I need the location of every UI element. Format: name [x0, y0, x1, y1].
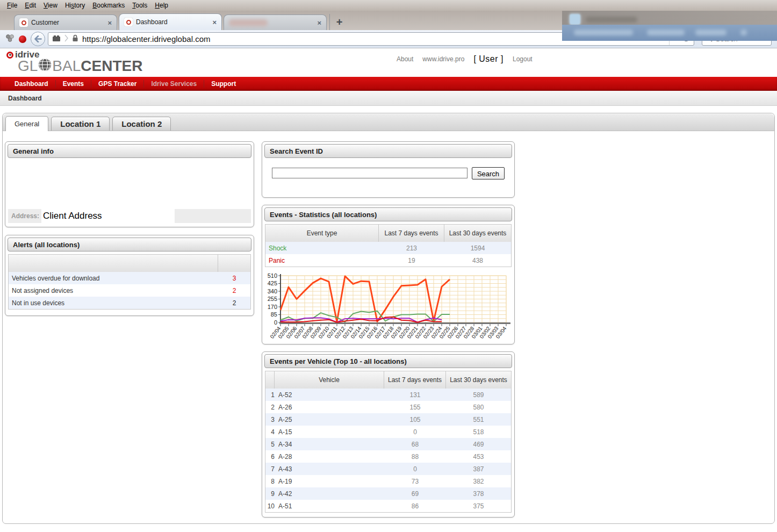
tab-close-icon[interactable]: × [107, 19, 112, 26]
tab-location-2[interactable]: Location 2 [112, 117, 171, 131]
back-button[interactable] [31, 32, 45, 46]
vehicle-name: A-34 [275, 441, 384, 448]
browser-tab-customer[interactable]: Customer × [14, 15, 117, 30]
redacted-tab-title [229, 19, 268, 26]
alert-label: Not in use devices [9, 299, 218, 307]
main-navigation-bar: DashboardEventsGPS TrackerIdrive Service… [0, 77, 777, 91]
vehicle-row: 8A-1973382 [265, 475, 511, 487]
alert-label: Vehicles overdue for download [9, 275, 218, 282]
last30-value: 382 [446, 478, 511, 485]
dashboard-container: General Location 1 Location 2 General in… [2, 113, 775, 524]
events-per-vehicle-table: Vehicle Last 7 days events Last 30 days … [265, 371, 512, 513]
search-button[interactable]: Search [472, 167, 505, 179]
nav-dashboard[interactable]: Dashboard [8, 80, 55, 88]
stats-table-header: Event type Last 7 days events Last 30 da… [265, 225, 511, 242]
svg-text:255: 255 [268, 296, 277, 302]
vehicle-name: A-51 [275, 502, 384, 510]
alert-count: 2 [218, 287, 250, 294]
last30-value: 387 [446, 465, 511, 473]
column-vehicle: Vehicle [275, 371, 384, 389]
events-per-vehicle-panel: Events per Vehicle (Top 10 - all locatio… [262, 351, 515, 517]
address-row: Address: Client Address [8, 209, 251, 223]
last7-value: 69 [384, 490, 446, 498]
nav-idrive-services[interactable]: Idrive Services [143, 80, 204, 88]
vehicle-name: A-42 [275, 490, 384, 498]
last30-value: 589 [446, 391, 511, 399]
browser-tab-redacted[interactable]: × [224, 15, 327, 30]
menu-view[interactable]: View [40, 1, 61, 10]
address-value: Client Address [41, 209, 175, 223]
tab-close-icon[interactable]: × [212, 19, 217, 26]
tab-location-1[interactable]: Location 1 [51, 117, 110, 131]
panel-title: Alerts (all locations) [8, 238, 251, 251]
panel-title: Search Event ID [264, 144, 512, 158]
column-rank [265, 371, 275, 389]
nav-gps-tracker[interactable]: GPS Tracker [91, 80, 143, 88]
site-identity-icon[interactable] [52, 34, 61, 44]
last30-value: 518 [446, 428, 511, 436]
menu-edit[interactable]: Edit [21, 1, 40, 10]
vehicle-rank: 7 [265, 465, 275, 473]
alert-row: Not assigned devices2 [9, 284, 250, 297]
lock-icon[interactable] [72, 34, 78, 44]
site-header: idrive GL BALCENTER About www.idrive.pro… [0, 48, 777, 77]
vehicle-row: 9A-4269378 [265, 487, 511, 500]
last7-value: 19 [379, 257, 444, 264]
search-event-panel: Search Event ID Search [262, 141, 515, 198]
vehicle-rank: 8 [265, 478, 275, 485]
logout-link[interactable]: Logout [513, 55, 533, 63]
vehicle-row: 2A-26155580 [265, 401, 511, 413]
browser-tab-dashboard[interactable]: Dashboard × [119, 13, 222, 30]
last30-value: 580 [446, 404, 511, 411]
new-tab-button[interactable]: + [329, 14, 349, 30]
last7-value: 0 [384, 465, 446, 473]
event-type: Panic [265, 257, 379, 264]
menu-bookmarks[interactable]: Bookmarks [89, 1, 128, 10]
menu-history[interactable]: History [61, 1, 89, 10]
location-tab-strip: General Location 1 Location 2 [3, 113, 774, 131]
alerts-table-header [9, 255, 250, 272]
vehicle-rank: 3 [265, 416, 275, 423]
chevron-right-icon [64, 34, 68, 44]
last30-value: 378 [446, 490, 511, 498]
redacted-window-toolbar [562, 25, 777, 41]
vehicle-name: A-52 [275, 391, 384, 399]
menu-tools[interactable]: Tools [128, 1, 151, 10]
panel-title: Events - Statistics (all locations) [264, 207, 512, 221]
event-type-row: Panic19438 [265, 254, 511, 267]
recording-indicator-icon[interactable] [19, 35, 26, 43]
last7-value: 155 [384, 404, 446, 411]
last7-value: 105 [384, 416, 446, 423]
browser-tab-bar: Customer × Dashboard × × + [0, 11, 777, 30]
panel-title: Events per Vehicle (Top 10 - all locatio… [264, 354, 512, 368]
browser-menu-bar: FileEditViewHistoryBookmarksToolsHelp [0, 0, 777, 11]
extension-paw-icon[interactable] [5, 34, 15, 45]
alerts-panel: Alerts (all locations) Vehicles overdue … [5, 235, 254, 316]
menu-help[interactable]: Help [151, 1, 172, 10]
nav-support[interactable]: Support [204, 80, 243, 88]
about-link[interactable]: About [397, 55, 413, 63]
redacted-window-title [586, 17, 637, 23]
last7-value: 73 [384, 478, 446, 485]
idrive-ring-icon [6, 52, 13, 59]
tab-general[interactable]: General [5, 116, 48, 131]
vehicle-row: 4A-150518 [265, 426, 511, 438]
last7-value: 213 [379, 245, 444, 252]
vehicle-rank: 5 [265, 441, 275, 448]
idrive-pro-link[interactable]: www.idrive.pro [422, 55, 464, 63]
vehicle-rank: 9 [265, 490, 275, 498]
svg-text:85: 85 [271, 311, 277, 318]
redacted-window-icon [570, 14, 580, 25]
vehicle-name: A-28 [275, 453, 384, 461]
alerts-table: Vehicles overdue for download3Not assign… [8, 254, 251, 310]
redacted-window-region [562, 11, 777, 41]
tab-close-icon[interactable]: × [317, 19, 321, 26]
last7-value: 131 [384, 391, 446, 399]
alert-count: 2 [218, 299, 250, 307]
event-id-input[interactable] [272, 168, 467, 178]
url-text[interactable]: https://globalcenter.idriveglobal.com [82, 34, 210, 44]
menu-file[interactable]: File [3, 1, 21, 10]
logo-center: CENTER [81, 59, 142, 73]
svg-text:170: 170 [268, 304, 277, 310]
nav-events[interactable]: Events [55, 80, 91, 88]
